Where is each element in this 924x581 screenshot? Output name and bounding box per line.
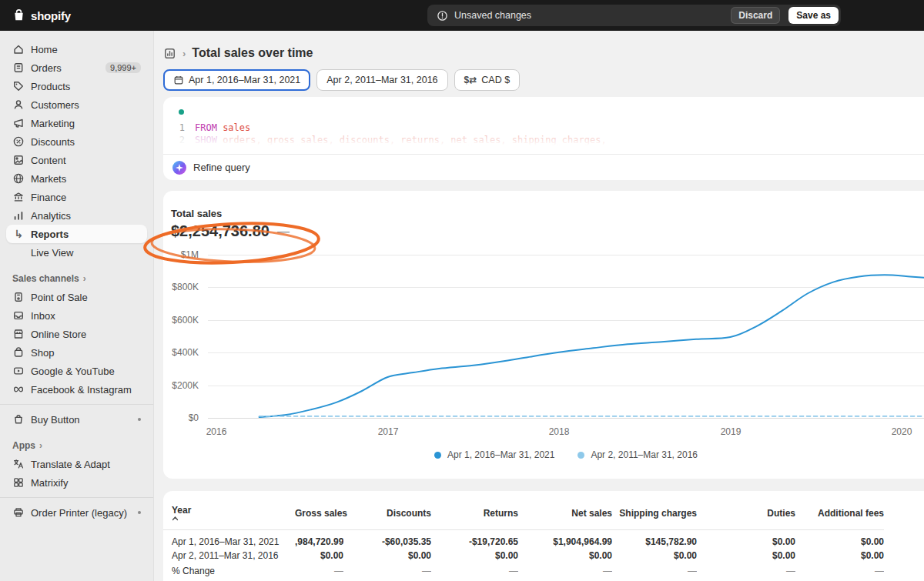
- markets-icon: [12, 172, 25, 185]
- column-header-returns[interactable]: Returns: [431, 499, 518, 530]
- marketing-icon: [12, 117, 25, 129]
- sidebar-item-reports[interactable]: ↳ Reports: [6, 225, 147, 243]
- legend-dot: [578, 452, 584, 459]
- sidebar-item-label: Products: [31, 81, 70, 92]
- sidebar-item-markets[interactable]: Markets: [6, 169, 147, 188]
- column-header-year[interactable]: Year: [163, 499, 295, 530]
- sidebar-item-orders[interactable]: Orders 9,999+: [6, 58, 147, 77]
- filter-bar: Apr 1, 2016–Mar 31, 2021 Apr 2, 2011–Mar…: [163, 69, 924, 91]
- chevron-right-icon: ›: [83, 273, 86, 284]
- column-header-shipping-charges[interactable]: Shipping charges: [612, 499, 697, 530]
- y-axis-label: $600K: [163, 314, 199, 326]
- code-identifier: sales: [223, 122, 250, 133]
- report-table-card: Year Gross sales Discounts Returns Net s…: [163, 491, 924, 581]
- discard-button[interactable]: Discard: [731, 7, 780, 24]
- shopifyql-code-editor[interactable]: 1FROM sales 2SHOW orders, gross_sales, d…: [163, 122, 924, 146]
- cell-net-sales: $0.00: [518, 549, 612, 563]
- refine-query-button[interactable]: Refine query: [163, 154, 924, 180]
- facebook-instagram-icon: [12, 383, 25, 396]
- alert-circle-icon: [437, 10, 448, 22]
- calendar-icon: [173, 75, 184, 85]
- editor-status-dot: [179, 109, 184, 115]
- cell-returns: $0.00: [431, 549, 518, 563]
- x-axis-label: 2016: [206, 426, 227, 437]
- sidebar-item-point-of-sale[interactable]: Point of Sale: [6, 288, 147, 306]
- translate-icon: [12, 458, 25, 470]
- matrixify-icon: [12, 476, 25, 489]
- comparison-range-chip[interactable]: Apr 2, 2011–Mar 31, 2016: [316, 69, 447, 91]
- sidebar-item-label: Finance: [31, 192, 66, 203]
- column-header-additional-fees[interactable]: Additional fees: [795, 499, 884, 530]
- sidebar-item-label: Translate & Adapt: [31, 459, 110, 470]
- sidebar: Home Orders 9,999+ Products Customers Ma…: [0, 31, 154, 581]
- x-axis-label: 2017: [378, 426, 399, 437]
- sidebar-item-label: Analytics: [31, 210, 71, 222]
- apps-header[interactable]: Apps ›: [6, 436, 147, 455]
- chart-legend: Apr 1, 2016–Mar 31, 2021 Apr 2, 2011–Mar…: [163, 449, 924, 460]
- online-store-icon: [12, 328, 25, 340]
- legend-item-comparison-period[interactable]: Apr 2, 2011–Mar 31, 2016: [578, 449, 698, 460]
- sidebar-item-online-store[interactable]: Online Store: [6, 325, 147, 343]
- code-keyword: SHOW: [195, 135, 217, 145]
- item-dot-indicator: [138, 511, 141, 514]
- sidebar-item-inbox[interactable]: Inbox: [6, 306, 147, 325]
- topbar: shopify Unsaved changes Discard Save as: [0, 0, 924, 31]
- sidebar-item-analytics[interactable]: Analytics: [6, 206, 147, 225]
- sidebar-item-label: Matrixify: [31, 477, 68, 489]
- cell-shipping-charges: —: [612, 563, 697, 581]
- sidebar-item-content[interactable]: Content: [6, 151, 147, 169]
- save-as-button[interactable]: Save as: [788, 7, 839, 24]
- sidebar-item-marketing[interactable]: Marketing: [6, 114, 147, 132]
- sidebar-item-products[interactable]: Products: [6, 77, 147, 95]
- sidebar-item-label: Facebook & Instagram: [31, 384, 132, 396]
- report-icon[interactable]: [163, 47, 176, 60]
- column-header-net-sales[interactable]: Net sales: [518, 499, 612, 530]
- sidebar-item-order-printer-legacy[interactable]: Order Printer (legacy): [6, 503, 147, 522]
- table-header-row: Year Gross sales Discounts Returns Net s…: [163, 499, 884, 530]
- sidebar-item-shop[interactable]: Shop: [6, 343, 147, 362]
- shopify-logo[interactable]: shopify: [0, 8, 83, 22]
- cell-discounts: —: [343, 563, 431, 581]
- sidebar-item-live-view[interactable]: Live View: [6, 243, 147, 262]
- cell-returns: —: [431, 563, 518, 581]
- printer-icon: [12, 506, 25, 519]
- cell-returns: -$19,720.65: [431, 530, 518, 549]
- sidebar-item-finance[interactable]: Finance: [6, 188, 147, 206]
- cell-shipping-charges: $0.00: [612, 549, 697, 563]
- date-range-chip[interactable]: Apr 1, 2016–Mar 31, 2021: [163, 69, 310, 91]
- sidebar-item-customers[interactable]: Customers: [6, 95, 147, 114]
- y-axis-label: $200K: [163, 379, 199, 392]
- orders-icon: [12, 62, 25, 74]
- sidebar-item-label: Buy Button: [31, 414, 80, 426]
- sidebar-item-matrixify[interactable]: Matrixify: [6, 473, 147, 492]
- orders-count-badge: 9,999+: [105, 62, 141, 73]
- x-axis-label: 2018: [549, 426, 570, 437]
- breadcrumb: › Total sales over time: [163, 46, 924, 60]
- sidebar-item-facebook-instagram[interactable]: Facebook & Instagram: [6, 380, 147, 399]
- metric-value-row: $2,254,736.80 —: [171, 222, 924, 240]
- cell-year: Apr 1, 2016–Mar 31, 2021: [163, 530, 295, 549]
- sidebar-item-home[interactable]: Home: [6, 40, 147, 58]
- comparison-range-label: Apr 2, 2011–Mar 31, 2016: [326, 75, 437, 85]
- column-header-gross-sales[interactable]: Gross sales: [295, 499, 343, 530]
- sidebar-item-label: Reports: [31, 229, 69, 240]
- table-row-percent-change: % Change — — — — — — —: [163, 563, 884, 581]
- sidebar-item-label: Home: [31, 44, 58, 55]
- sidebar-item-translate-adapt[interactable]: Translate & Adapt: [6, 455, 147, 473]
- discounts-icon: [12, 135, 25, 148]
- cell-gross-sales: ,984,720.99: [295, 530, 343, 549]
- sidebar-item-label: Customers: [31, 99, 79, 111]
- cell-duties: $0.00: [697, 530, 795, 549]
- sidebar-item-google-youtube[interactable]: Google & YouTube: [6, 362, 147, 380]
- sidebar-item-buy-button[interactable]: Buy Button: [6, 410, 147, 429]
- currency-chip[interactable]: $⇄ CAD $: [454, 69, 521, 91]
- column-header-duties[interactable]: Duties: [697, 499, 795, 530]
- sidebar-item-label: Order Printer (legacy): [31, 507, 127, 519]
- sidebar-item-discounts[interactable]: Discounts: [6, 132, 147, 151]
- legend-item-current-period[interactable]: Apr 1, 2016–Mar 31, 2021: [434, 449, 554, 460]
- item-dot-indicator: [138, 418, 141, 421]
- column-header-discounts[interactable]: Discounts: [343, 499, 431, 530]
- sales-channels-header[interactable]: Sales channels ›: [6, 269, 147, 288]
- total-sales-chart-card: Total sales $2,254,736.80 — $1M $800K $6…: [163, 191, 924, 479]
- sidebar-item-label: Google & YouTube: [31, 366, 115, 377]
